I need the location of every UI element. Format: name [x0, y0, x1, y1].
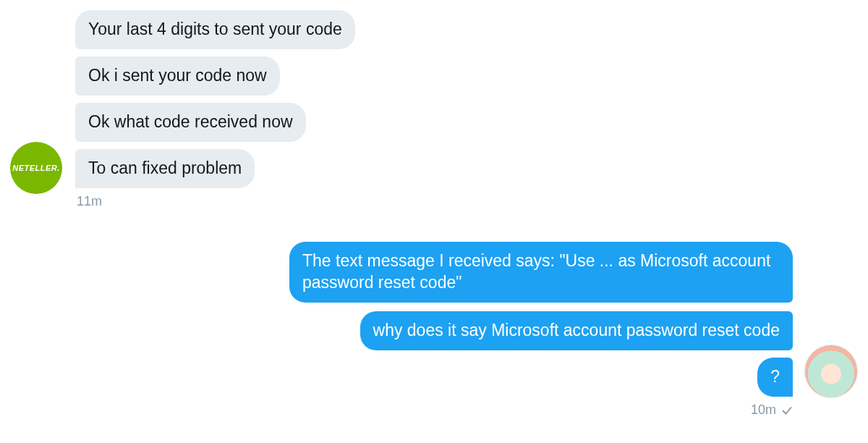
received-message-row: Ok what code received now — [75, 103, 306, 142]
delivered-check-icon — [780, 404, 793, 417]
sender-avatar[interactable]: NETELLER. — [10, 142, 62, 194]
sent-message-row: ? — [757, 358, 793, 397]
received-bubble: Your last 4 digits to sent your code — [75, 10, 355, 49]
sender-avatar-label: NETELLER. — [12, 164, 60, 172]
sent-message-row: why does it say Microsoft account passwo… — [360, 311, 793, 350]
received-timestamp: 11m — [77, 194, 102, 209]
received-bubble: Ok what code received now — [75, 103, 306, 142]
chat-container: NETELLER. Your last 4 digits to sent you… — [0, 0, 868, 443]
sent-bubble: ? — [757, 358, 793, 397]
received-message-row: Ok i sent your code now — [75, 56, 280, 96]
sent-bubble: The text message I received says: "Use .… — [289, 242, 793, 303]
received-message-row: Your last 4 digits to sent your code — [75, 10, 355, 49]
sent-message-row: The text message I received says: "Use .… — [289, 242, 793, 303]
sent-bubble: why does it say Microsoft account passwo… — [360, 311, 793, 350]
sent-timestamp: 10m — [751, 402, 776, 418]
received-bubble: To can fixed problem — [75, 149, 255, 188]
sent-timestamp-row: 10m — [751, 402, 793, 418]
received-message-row: To can fixed problem — [75, 149, 255, 188]
self-avatar[interactable] — [804, 345, 858, 398]
received-bubble: Ok i sent your code now — [75, 56, 280, 96]
